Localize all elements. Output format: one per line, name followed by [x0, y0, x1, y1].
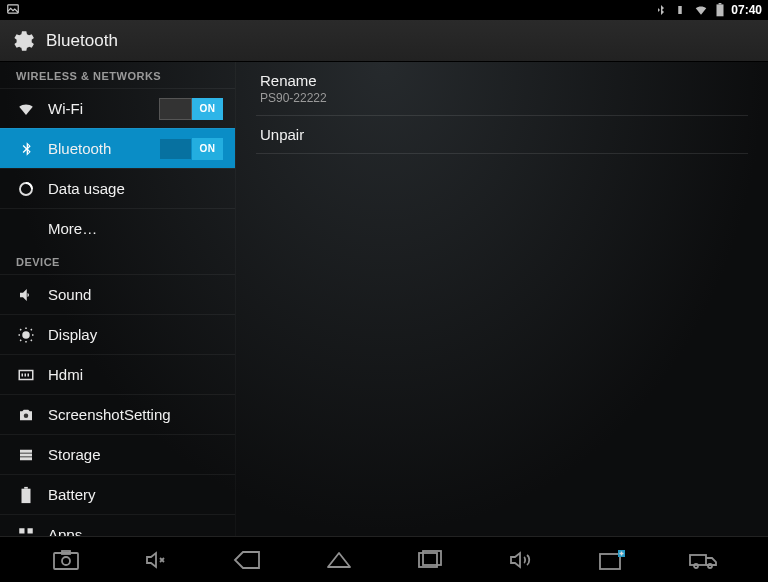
sidebar-item-storage[interactable]: Storage — [0, 434, 235, 474]
detail-unpair[interactable]: Unpair — [256, 116, 748, 154]
nav-truck-button[interactable] — [675, 542, 731, 578]
nav-volume-up-button[interactable] — [493, 542, 549, 578]
image-icon — [6, 2, 20, 19]
sidebar-item-label: Battery — [48, 486, 223, 503]
sidebar-item-hdmi[interactable]: Hdmi — [0, 354, 235, 394]
svg-point-17 — [62, 557, 70, 565]
sidebar-item-sound[interactable]: Sound — [0, 274, 235, 314]
sidebar-item-battery[interactable]: Battery — [0, 474, 235, 514]
sidebar-item-label: Sound — [48, 286, 223, 303]
svg-rect-23 — [690, 555, 706, 565]
navigation-bar — [0, 536, 768, 582]
display-icon — [16, 325, 36, 345]
sidebar-item-label: Bluetooth — [48, 140, 147, 157]
svg-rect-7 — [20, 449, 32, 452]
camera-icon — [16, 405, 36, 425]
sidebar-item-label: More… — [48, 220, 223, 237]
nav-add-window-button[interactable] — [584, 542, 640, 578]
page-title: Bluetooth — [46, 31, 118, 51]
nav-home-button[interactable] — [311, 542, 367, 578]
sidebar-item-apps[interactable]: Apps — [0, 514, 235, 536]
svg-point-25 — [708, 564, 712, 568]
sound-icon — [16, 285, 36, 305]
svg-rect-13 — [28, 528, 33, 533]
svg-rect-10 — [22, 488, 31, 502]
sidebar-item-display[interactable]: Display — [0, 314, 235, 354]
battery-icon — [16, 485, 36, 505]
hdmi-icon — [16, 365, 36, 385]
sidebar-item-more[interactable]: More… — [0, 208, 235, 248]
sidebar-item-wifi[interactable]: Wi-Fi ON — [0, 88, 235, 128]
vibrate-icon — [673, 3, 687, 17]
svg-rect-8 — [20, 453, 32, 456]
bluetooth-status-icon — [655, 3, 667, 17]
sidebar-item-bluetooth[interactable]: Bluetooth ON — [0, 128, 235, 168]
bluetooth-icon — [16, 139, 36, 159]
settings-gear-icon[interactable] — [8, 27, 36, 55]
sidebar-item-label: Storage — [48, 446, 223, 463]
detail-item-title: Rename — [260, 72, 744, 89]
sidebar-item-label: Display — [48, 326, 223, 343]
sidebar-item-label: Apps — [48, 526, 223, 536]
section-header-device: DEVICE — [0, 248, 235, 274]
sidebar-item-screenshot[interactable]: ScreenshotSetting — [0, 394, 235, 434]
svg-rect-1 — [717, 4, 724, 16]
detail-item-subtitle: PS90-22222 — [260, 91, 744, 105]
detail-rename[interactable]: Rename PS90-22222 — [256, 62, 748, 116]
content-area: WIRELESS & NETWORKS Wi-Fi ON Bluetooth O… — [0, 62, 768, 536]
nav-recents-button[interactable] — [402, 542, 458, 578]
status-bar: 07:40 — [0, 0, 768, 20]
sidebar-item-label: Data usage — [48, 180, 223, 197]
detail-pane: Rename PS90-22222 Unpair — [236, 62, 768, 536]
storage-icon — [16, 445, 36, 465]
svg-rect-11 — [24, 486, 28, 488]
nav-screenshot-button[interactable] — [38, 542, 94, 578]
section-header-wireless: WIRELESS & NETWORKS — [0, 62, 235, 88]
wifi-icon — [16, 99, 36, 119]
detail-item-title: Unpair — [260, 126, 744, 143]
svg-rect-16 — [54, 553, 78, 569]
title-bar: Bluetooth — [0, 20, 768, 62]
wifi-status-icon — [693, 3, 709, 17]
svg-rect-9 — [20, 457, 32, 460]
nav-back-button[interactable] — [220, 542, 276, 578]
svg-point-4 — [22, 331, 30, 339]
svg-rect-12 — [19, 528, 24, 533]
settings-sidebar: WIRELESS & NETWORKS Wi-Fi ON Bluetooth O… — [0, 62, 236, 536]
svg-point-6 — [24, 413, 29, 418]
svg-rect-2 — [719, 3, 722, 4]
sidebar-item-label: Wi-Fi — [48, 100, 147, 117]
battery-status-icon — [715, 3, 725, 17]
status-time: 07:40 — [731, 3, 762, 17]
apps-icon — [16, 525, 36, 537]
sidebar-item-label: Hdmi — [48, 366, 223, 383]
nav-volume-down-button[interactable] — [129, 542, 185, 578]
sidebar-item-label: ScreenshotSetting — [48, 406, 223, 423]
svg-rect-21 — [600, 554, 620, 569]
wifi-toggle[interactable]: ON — [159, 98, 223, 120]
data-usage-icon — [16, 179, 36, 199]
sidebar-item-data-usage[interactable]: Data usage — [0, 168, 235, 208]
bluetooth-toggle[interactable]: ON — [159, 138, 223, 160]
empty-icon — [16, 219, 36, 239]
svg-point-24 — [694, 564, 698, 568]
